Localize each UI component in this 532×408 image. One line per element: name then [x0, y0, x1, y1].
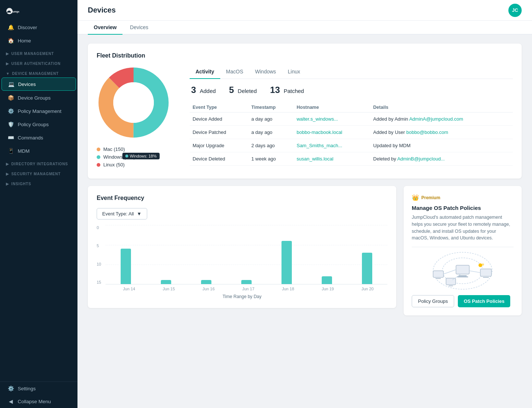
- bar-group: [146, 225, 186, 284]
- x-label: Jun 18: [268, 287, 308, 291]
- table-row: Device Deleted1 week agosusan_willis.loc…: [190, 152, 513, 166]
- sidebar-bottom: ⚙️ Settings ◀ Collapse Menu: [0, 381, 77, 408]
- discover-icon: 🔔: [7, 24, 14, 30]
- x-label: Jun 20: [348, 287, 387, 291]
- chevron-right-icon-ins: ▶: [6, 182, 9, 186]
- stat-patched: 13 Patched: [269, 85, 304, 95]
- cell-event-type: Device Added: [190, 113, 248, 126]
- nav-policy-groups[interactable]: 🛡️ Policy Groups: [1, 118, 76, 131]
- activity-tab-macos[interactable]: MacOS: [220, 66, 249, 79]
- nav-commands-label: Commands: [18, 135, 43, 141]
- premium-divider: [412, 247, 514, 247]
- event-type-label: Event Type: All: [102, 211, 134, 217]
- legend-linux-label: Linux (50): [103, 162, 125, 167]
- stat-deleted: 5 Deleted: [228, 85, 257, 95]
- nav-commands[interactable]: ⌨️ Commands: [1, 131, 76, 144]
- nav-policy-management-label: Policy Management: [18, 108, 62, 114]
- policy-groups-button[interactable]: Policy Groups: [412, 295, 454, 307]
- section-insights[interactable]: ▶ INSIGHTS: [0, 177, 77, 187]
- bar: [322, 276, 332, 284]
- svg-line-19: [443, 270, 456, 274]
- svg-rect-13: [433, 271, 443, 277]
- svg-rect-11: [459, 275, 467, 276]
- cell-hostname[interactable]: susan_willis.local: [294, 152, 370, 166]
- cell-hostname[interactable]: walter.s_windows...: [294, 113, 370, 126]
- nav-settings-label: Settings: [18, 386, 36, 391]
- bar: [241, 280, 252, 284]
- event-frequency-row: Event Frequency Event Type: All ▼ 15 10 …: [88, 186, 522, 315]
- section-device-management[interactable]: ▼ DEVICE MANAGEMENT: [0, 67, 77, 77]
- premium-illustration: [412, 252, 514, 289]
- logo-area: ☁ jumpcloud.: [0, 0, 77, 21]
- section-user-management[interactable]: ▶ USER MANAGEMENT: [0, 47, 77, 57]
- section-user-authentication[interactable]: ▶ USER AUTHENTICATION: [0, 57, 77, 67]
- x-label: Jun 17: [228, 287, 268, 291]
- nav-discover[interactable]: 🔔 Discover: [1, 21, 76, 34]
- nav-settings[interactable]: ⚙️ Settings: [1, 382, 76, 395]
- collapse-icon: ◀: [7, 398, 14, 404]
- nav-policy-management[interactable]: ⚙️ Policy Management: [1, 105, 76, 117]
- nav-mdm-label: MDM: [18, 148, 30, 154]
- event-type-dropdown[interactable]: Event Type: All ▼: [97, 208, 147, 219]
- cell-details: Added by User bobbo@bobbo.com: [370, 126, 513, 139]
- cell-hostname[interactable]: bobbo-macbook.local: [294, 126, 370, 139]
- activity-tab-activity[interactable]: Activity: [190, 66, 220, 79]
- jumpcloud-logo-icon: ☁ jumpcloud.: [6, 7, 19, 15]
- premium-title: Manage OS Patch Policies: [412, 205, 514, 211]
- cell-details: Added by Admin AdminA@jumpcloud.com: [370, 113, 513, 126]
- table-row: Major Upgrade2 days agoSam_Smiths_mach..…: [190, 139, 513, 152]
- section-security-management[interactable]: ▶ SECURITY MANAGMENT: [0, 167, 77, 177]
- cell-timestamp: a day ago: [248, 126, 294, 139]
- x-label: Jun 15: [149, 287, 189, 291]
- tab-overview[interactable]: Overview: [88, 21, 122, 35]
- x-label: Jun 14: [109, 287, 149, 291]
- donut-chart-area: Windows: 18% Mac (150) Windows (200): [97, 66, 178, 170]
- legend-mac-label: Mac (150): [103, 146, 125, 152]
- nav-collapse[interactable]: ◀ Collapse Menu: [1, 395, 76, 408]
- event-frequency-title: Event Frequency: [97, 195, 387, 201]
- activity-tab-windows[interactable]: Windows: [249, 66, 282, 79]
- cell-details-link[interactable]: AdminB@jumpcloud...: [397, 156, 445, 162]
- cell-event-type: Major Upgrade: [190, 139, 248, 152]
- nav-devices[interactable]: 💻 Devices: [1, 77, 76, 91]
- donut-chart-svg: [97, 66, 170, 139]
- cell-hostname[interactable]: Sam_Smiths_mach...: [294, 139, 370, 152]
- crown-icon: 👑: [412, 194, 419, 201]
- nav-home-label: Home: [18, 38, 31, 44]
- activity-tab-linux[interactable]: Linux: [282, 66, 306, 79]
- nav-mdm[interactable]: 📱 MDM: [1, 145, 76, 157]
- bar: [201, 280, 211, 284]
- os-patch-policies-button[interactable]: OS Patch Policies: [458, 295, 511, 307]
- legend-linux-dot: [97, 163, 100, 167]
- mdm-icon: 📱: [7, 148, 14, 154]
- nav-home[interactable]: 🏠 Home: [1, 34, 76, 47]
- stat-added: 3 Added: [190, 85, 216, 95]
- bar: [362, 253, 372, 284]
- bar-group: [267, 225, 307, 284]
- svg-point-23: [482, 263, 484, 266]
- bar-group: [347, 225, 387, 284]
- chart-grid: 15 10 5 0: [97, 225, 387, 284]
- topbar: Devices JC: [77, 0, 532, 21]
- legend-mac: Mac (150): [97, 146, 178, 152]
- cell-details-link[interactable]: bobbo@bobbo.com: [406, 129, 448, 135]
- nav-device-groups[interactable]: 📦 Device Groups: [1, 91, 76, 104]
- event-filter-area: Event Type: All ▼: [97, 208, 387, 219]
- table-row: Device Patcheda day agobobbo-macbook.loc…: [190, 126, 513, 139]
- activity-table: Event Type Timestamp Hostname Details De…: [190, 103, 513, 166]
- svg-rect-12: [457, 276, 468, 277]
- chevron-right-icon-auth: ▶: [6, 62, 9, 66]
- cell-timestamp: a day ago: [248, 113, 294, 126]
- bar: [121, 249, 131, 284]
- section-directory-integrations[interactable]: ▶ DIRECTORY INTEGRATIONS: [0, 158, 77, 167]
- nav-discover-label: Discover: [18, 25, 37, 30]
- avatar[interactable]: JC: [508, 4, 522, 17]
- tab-devices[interactable]: Devices: [124, 21, 154, 35]
- activity-section: Activity MacOS Windows Linux 3 Added 5 D…: [190, 66, 513, 166]
- cell-details: Deleted by AdminB@jumpcloud...: [370, 152, 513, 166]
- cell-details-link[interactable]: AdminA@jumpcloud.com: [409, 116, 463, 122]
- bar-group: [106, 225, 146, 284]
- nav-policy-groups-label: Policy Groups: [18, 122, 49, 127]
- svg-rect-16: [483, 277, 489, 278]
- device-groups-icon: 📦: [7, 95, 14, 101]
